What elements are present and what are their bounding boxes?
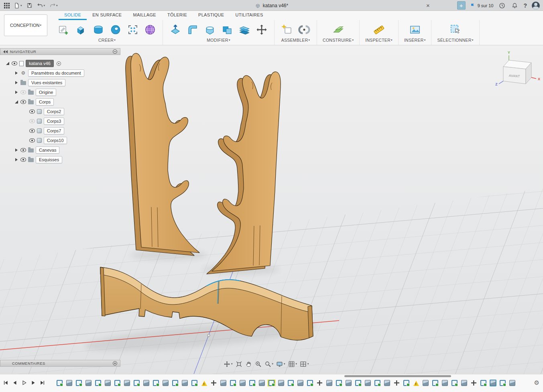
timeline-feature-sketch[interactable] [230,380,236,386]
create-sketch-button[interactable] [57,23,71,37]
timeline-feature-extrude[interactable] [278,380,285,386]
extrude-button[interactable] [74,23,88,37]
go-to-end-button[interactable] [40,380,45,386]
visibility-eye-icon[interactable] [12,61,17,65]
help-button[interactable]: ? [523,2,527,9]
timeline-feature-extrude[interactable] [345,380,352,386]
group-label-selectionner[interactable]: SÉLECTIONNER [437,38,473,43]
timeline-feature-extrude[interactable] [384,380,390,386]
torus-button[interactable] [109,23,122,37]
timeline-feature-extrude[interactable] [509,380,516,386]
navigator-header[interactable]: NAVIGATEUR [0,48,120,55]
tree-item-label[interactable]: Esquisses [36,156,62,163]
timeline-feature-sketch[interactable] [480,380,487,386]
group-label-inserer[interactable]: INSÉRER [404,38,426,43]
tree-item-corps10[interactable]: Corps10 [0,136,120,145]
timeline-feature-warning[interactable] [201,380,207,386]
job-status[interactable]: 9 sur 10 [470,3,494,8]
add-comment-icon[interactable] [113,361,117,366]
visibility-eye-icon[interactable] [29,119,35,123]
timeline-feature-sketch[interactable] [499,380,506,386]
tree-item-corps3[interactable]: Corps3 [0,116,120,126]
tree-item-origine[interactable]: Origine [0,87,120,97]
timeline-feature-sketch[interactable] [307,380,313,386]
tree-item-corps[interactable]: Corps [0,97,120,107]
shell-button[interactable] [203,23,217,37]
tab-utilitaires[interactable]: UTILITAIRES [230,11,269,20]
pan-button[interactable] [223,360,233,368]
measure-button[interactable] [372,23,386,37]
revolve-button[interactable] [92,23,105,37]
timeline-feature-move[interactable] [210,380,217,386]
expander-closed-icon[interactable] [14,158,18,162]
new-tab-button[interactable]: + [457,1,466,10]
joint-button[interactable] [297,23,311,37]
timeline-feature-move[interactable] [316,380,323,386]
visibility-eye-icon[interactable] [20,148,26,152]
construction-plane-button[interactable] [331,23,345,37]
collapse-panel-icon[interactable] [3,50,8,53]
timeline-feature-sketch[interactable] [336,380,342,386]
tree-item-esquisses[interactable]: Esquisses [0,155,120,165]
document-tab[interactable]: katana v46* [255,0,288,11]
tree-item-label[interactable]: Corps2 [44,108,64,115]
tree-item-label[interactable]: Canevas [36,146,59,154]
timeline-feature-sketch[interactable] [191,380,198,386]
timeline-feature-sketch[interactable] [287,380,294,386]
group-label-modifier[interactable]: MODIFIER [207,38,230,43]
tab-en-surface[interactable]: EN SURFACE [87,11,127,20]
orbit-hand-button[interactable] [245,360,252,368]
close-document-button[interactable]: × [426,0,430,11]
timeline-feature-extrude[interactable] [143,380,150,386]
tab-maillage[interactable]: MAILLAGE [127,11,161,20]
timeline-feature-sketch[interactable] [114,380,121,386]
display-settings-button[interactable] [276,360,286,368]
app-grid-menu-button[interactable] [3,2,10,9]
timeline-feature-extrude[interactable] [422,380,429,386]
file-menu-button[interactable] [13,2,23,10]
tree-item-label[interactable]: Origine [36,89,56,96]
timeline-feature-sketch[interactable] [451,380,458,386]
tab-plastique[interactable]: PLASTIQUE [193,11,230,20]
undo-button[interactable] [36,2,46,9]
zoom-window-button[interactable] [254,360,262,368]
timeline-feature-sketch[interactable] [56,380,63,386]
timeline-feature-sketch[interactable] [249,380,256,386]
hide-panel-icon[interactable] [113,49,117,54]
group-label-inspecter[interactable]: INSPECTER [365,38,393,43]
timeline-feature-sketch[interactable] [374,380,381,386]
expander-open-icon[interactable] [6,61,10,65]
play-button[interactable] [21,380,27,386]
timeline-feature-extrude[interactable] [220,380,227,386]
timeline-feature-sketch-highlight[interactable] [268,380,275,386]
tree-item-corps2[interactable]: Corps2 [0,107,120,116]
rectangular-pattern-button[interactable] [126,23,140,37]
timeline-feature-extrude[interactable] [181,380,188,386]
recent-activity-button[interactable] [498,2,506,10]
viewports-button[interactable] [299,360,309,368]
expander-closed-icon[interactable] [14,71,18,75]
visibility-eye-icon[interactable] [20,100,26,104]
insert-canvas-button[interactable] [408,23,422,37]
visibility-eye-icon[interactable] [29,110,35,114]
tree-item-label[interactable]: Corps10 [44,137,67,144]
group-label-creer[interactable]: CRÉER [98,38,116,43]
tree-item-label[interactable]: katana v46 [26,60,54,67]
timeline-feature-extrude[interactable] [297,380,304,386]
tree-item-canevas[interactable]: Canevas [0,145,120,155]
timeline-feature-sketch[interactable] [355,380,362,386]
select-button[interactable] [449,23,462,37]
timeline-settings-button[interactable]: ⚙ [534,380,539,386]
fit-button[interactable] [235,360,243,368]
create-form-button[interactable] [143,23,157,37]
go-to-start-button[interactable] [3,380,8,386]
origin-point[interactable] [207,334,210,337]
combine-button[interactable] [220,23,234,37]
press-pull-button[interactable] [169,23,182,37]
timeline-feature-sketch[interactable] [75,380,82,386]
expander-closed-icon[interactable] [14,90,18,94]
fillet-button[interactable] [186,23,199,37]
timeline-feature-extrude[interactable] [239,380,246,386]
tree-item-vues-existantes[interactable]: Vues existantes [0,78,120,87]
tree-item-corps7[interactable]: Corps7 [0,126,120,136]
